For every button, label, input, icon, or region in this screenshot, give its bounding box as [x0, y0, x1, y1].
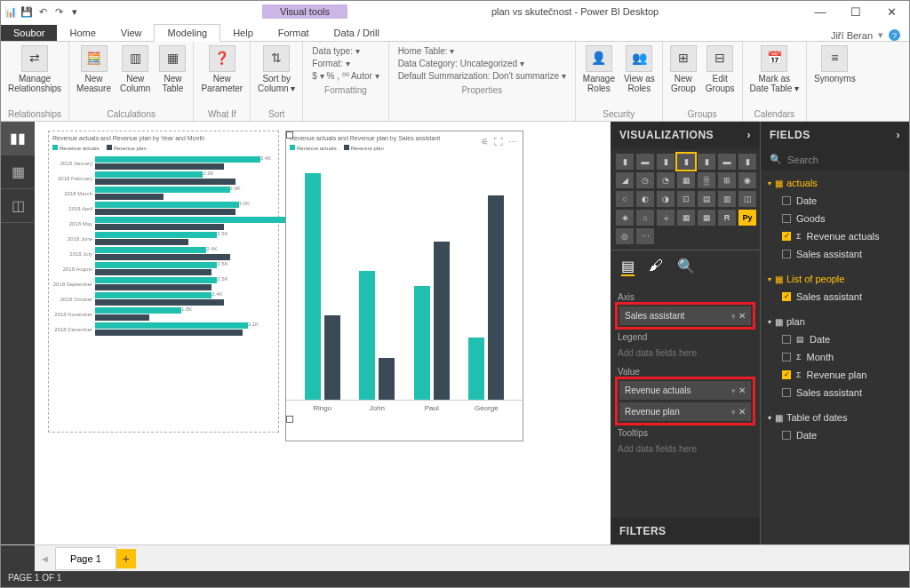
analytics-tab-icon[interactable]: 🔍 — [677, 258, 695, 276]
report-view-icon[interactable]: ▮▮ — [1, 122, 35, 155]
help-icon[interactable]: ? — [889, 29, 900, 41]
tab-file[interactable]: Soubor — [1, 25, 57, 41]
viz-type-icon[interactable]: ▮ — [657, 154, 675, 170]
tab-modeling[interactable]: Modeling — [154, 24, 220, 42]
format-buttons-row[interactable]: $ ▾ % , ⁰⁰ Autor ▾ — [312, 71, 379, 81]
default-summarization-dropdown[interactable]: Default Summarization: Don't summarize ▾ — [398, 71, 566, 81]
data-category-dropdown[interactable]: Data Category: Uncategorized ▾ — [398, 59, 566, 68]
fields-search[interactable]: 🔍 Search — [761, 148, 909, 171]
field-row[interactable]: Sales assistant — [766, 288, 904, 306]
synonyms-button[interactable]: ≡Synonyms — [810, 44, 859, 117]
field-row[interactable]: Goods — [766, 210, 904, 227]
value-field-1[interactable]: Revenue actuals▾ ✕ — [619, 381, 751, 400]
page-tab[interactable]: Page 1 — [55, 547, 116, 570]
viz-type-icon[interactable]: ▦ — [677, 172, 695, 188]
tab-format[interactable]: Format — [266, 25, 322, 41]
chart-by-sales-assistant[interactable]: Revenue actuals and Revenue plan by Sale… — [285, 131, 523, 441]
viz-type-icon[interactable]: ◔ — [657, 172, 675, 188]
edit-groups-button[interactable]: ⊟Edit Groups — [702, 44, 738, 107]
viz-type-icon[interactable]: ▮ — [616, 154, 634, 170]
viz-type-icon[interactable]: ◈ — [616, 210, 634, 226]
field-row[interactable]: Σ Revenue plan — [766, 366, 904, 384]
tab-help[interactable]: Help — [220, 25, 266, 41]
qat-dropdown-icon[interactable]: ▾ — [68, 5, 81, 18]
focus-mode-icon[interactable]: ⛶ — [494, 137, 503, 147]
maximize-button[interactable]: ☐ — [838, 1, 874, 22]
data-view-icon[interactable]: ▦ — [1, 155, 35, 189]
redo-icon[interactable]: ↷ — [52, 5, 65, 18]
page-nav-left[interactable]: ◄ — [35, 553, 55, 564]
viz-type-icon[interactable]: ◐ — [636, 191, 654, 207]
viz-type-icon[interactable]: R — [718, 210, 736, 226]
viz-type-icon[interactable]: ◎ — [616, 228, 634, 244]
table-header[interactable]: ▾ ▦ plan — [766, 313, 904, 330]
viz-type-icon[interactable]: ▮ — [677, 154, 695, 170]
tab-home[interactable]: Home — [57, 25, 108, 41]
manage-roles-button[interactable]: 👤Manage Roles — [579, 44, 619, 107]
viz-type-icon[interactable]: ◑ — [657, 191, 675, 207]
viz-type-icon[interactable]: ▥ — [718, 191, 736, 207]
viz-type-icon[interactable]: ▬ — [636, 154, 654, 170]
viz-type-icon[interactable]: ○ — [616, 191, 634, 207]
viz-type-icon[interactable]: ▤ — [698, 191, 715, 207]
model-view-icon[interactable]: ◫ — [1, 189, 35, 223]
viz-type-icon[interactable]: Py — [738, 210, 756, 226]
panel-header[interactable]: FIELDS› — [761, 122, 909, 148]
axis-field[interactable]: Sales assistant▾ ✕ — [619, 306, 751, 325]
format-dropdown[interactable]: Format: ▾ — [312, 59, 379, 68]
add-page-button[interactable]: + — [116, 549, 136, 568]
undo-icon[interactable]: ↶ — [36, 5, 49, 18]
viz-type-icon[interactable]: ⋯ — [636, 228, 654, 244]
user-name[interactable]: Jiří Beran — [831, 30, 873, 41]
new-table-button[interactable]: ▦New Table — [156, 44, 189, 107]
report-canvas[interactable]: Revenue actuals and Revenue plan by Year… — [35, 122, 611, 544]
field-row[interactable]: Σ Revenue actuals — [766, 227, 904, 245]
new-measure-button[interactable]: 🧮New Measure — [73, 44, 115, 107]
tooltips-placeholder[interactable]: Add data fields here — [618, 441, 753, 457]
field-row[interactable]: Date — [766, 192, 904, 210]
filters-header[interactable]: FILTERS — [611, 518, 760, 544]
table-header[interactable]: ▾ ▦ List of people — [766, 270, 904, 288]
viz-type-icon[interactable]: ⊞ — [718, 172, 736, 188]
new-parameter-button[interactable]: ❓New Parameter — [197, 44, 246, 107]
home-table-dropdown[interactable]: Home Table: ▾ — [398, 46, 566, 56]
filter-icon[interactable]: ⚟ — [481, 137, 489, 147]
table-header[interactable]: ▾ ▦ Table of dates — [766, 409, 904, 426]
chart-by-month[interactable]: Revenue actuals and Revenue plan by Year… — [48, 131, 279, 433]
collapse-icon[interactable]: › — [747, 129, 752, 141]
viz-type-icon[interactable]: ▮ — [738, 154, 756, 170]
viz-type-icon[interactable]: ◷ — [636, 172, 654, 188]
viz-type-icon[interactable]: ◢ — [616, 172, 634, 188]
field-row[interactable]: ▤ Date — [766, 330, 904, 348]
viz-type-icon[interactable]: ▒ — [698, 172, 715, 188]
viz-type-icon[interactable]: ▦ — [698, 210, 715, 226]
collapse-icon[interactable]: › — [897, 129, 901, 141]
minimize-button[interactable]: — — [802, 1, 838, 22]
value-field-2[interactable]: Revenue plan▾ ✕ — [619, 402, 751, 421]
fields-tab-icon[interactable]: ▤ — [621, 258, 635, 276]
legend-placeholder[interactable]: Add data fields here — [618, 345, 753, 362]
table-header[interactable]: ▾ ▦ actuals — [766, 174, 904, 192]
tab-data-drill[interactable]: Data / Drill — [322, 25, 392, 41]
format-tab-icon[interactable]: 🖌 — [649, 258, 663, 276]
viz-type-icon[interactable]: ⊡ — [677, 191, 695, 207]
viz-type-icon[interactable]: ◫ — [738, 191, 756, 207]
viz-type-icon[interactable]: ⏚ — [657, 210, 675, 226]
mark-as-date-table-button[interactable]: 📅Mark as Date Table ▾ — [746, 44, 802, 107]
viz-type-icon[interactable]: ▬ — [718, 154, 736, 170]
viz-type-icon[interactable]: ▦ — [677, 210, 695, 226]
view-as-roles-button[interactable]: 👥View as Roles — [620, 44, 659, 107]
panel-header[interactable]: VISUALIZATIONS› — [611, 122, 760, 148]
field-row[interactable]: Sales assistant — [766, 384, 904, 401]
new-group-button[interactable]: ⊞New Group — [667, 44, 700, 107]
field-row[interactable]: Σ Month — [766, 348, 904, 366]
tab-view[interactable]: View — [108, 25, 155, 41]
data-type-dropdown[interactable]: Data type: ▾ — [312, 46, 379, 56]
sort-by-column-button[interactable]: ⇅Sort by Column ▾ — [254, 44, 299, 107]
viz-type-icon[interactable]: ⌂ — [636, 210, 654, 226]
field-row[interactable]: Sales assistant — [766, 245, 904, 263]
manage-relationships-button[interactable]: ⇄Manage Relationships — [4, 44, 65, 107]
close-button[interactable]: ✕ — [874, 1, 909, 22]
field-row[interactable]: Date — [766, 426, 904, 444]
new-column-button[interactable]: ▥New Column — [116, 44, 154, 107]
